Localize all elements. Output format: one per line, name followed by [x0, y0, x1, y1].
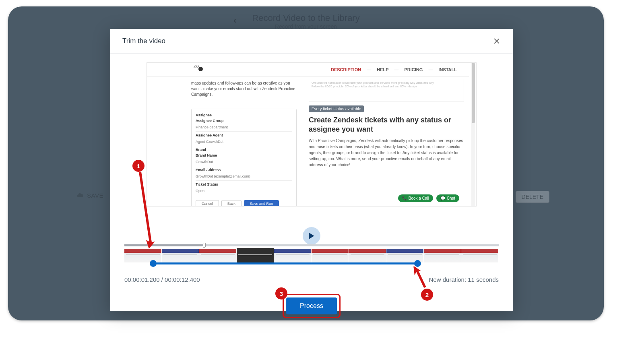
mini-l2: Follow the 80/20 principle. 20% of your … — [312, 85, 417, 88]
preview-left: mass updates and follow-ups can be as cr… — [147, 76, 309, 206]
playhead[interactable] — [203, 243, 206, 248]
trim-video-modal: Trim the video DESCRIPTION— HELP— PRICIN… — [110, 29, 513, 311]
trim-end-handle[interactable] — [414, 260, 421, 267]
annotation-badge-2: 2 — [421, 289, 433, 301]
chat-pill: 💬 Chat — [436, 194, 459, 202]
val: Agent GrowthDot — [196, 139, 292, 146]
annotation-arrow-1 — [135, 170, 159, 254]
intro-text: mass updates and follow-ups can be as cr… — [191, 81, 297, 97]
new-duration: New duration: 11 seconds — [429, 276, 499, 283]
page-title: Record Video to the Library — [252, 13, 359, 23]
preview-body: mass updates and follow-ups can be as cr… — [147, 76, 471, 206]
annotation-badge-1: 1 — [132, 160, 144, 172]
delete-button[interactable]: DELETE — [516, 191, 549, 203]
preview-scrollbar[interactable] — [471, 63, 475, 206]
close-icon[interactable] — [493, 37, 501, 45]
badge: Every ticket status available — [309, 105, 364, 112]
preview-heading: Create Zendesk tickets with any status o… — [309, 116, 464, 134]
modal-header: Trim the video — [110, 29, 513, 54]
timeline-thumbnails — [124, 248, 499, 262]
delete-label: DELETE — [522, 194, 543, 200]
save-label: SAVE — [87, 192, 103, 199]
mini-l1: Unsubscribe notification would take your… — [312, 81, 434, 84]
val: GrowthDot — [196, 159, 292, 166]
annotation-badge-3: 3 — [275, 287, 287, 299]
val: Finance department — [196, 124, 292, 132]
preview-para: With Proactive Campaigns, Zendesk will a… — [309, 138, 464, 168]
val: GrowthDot (example@email.com) — [196, 174, 292, 181]
process-button[interactable]: Process — [286, 297, 337, 314]
lbl: Ticket Status — [196, 182, 292, 186]
lbl: Brand — [196, 148, 292, 152]
book-call-pill: 📞 Book a Call — [398, 194, 433, 202]
mini-editor: Unsubscribe notification would take your… — [309, 79, 464, 101]
progress-bar[interactable] — [124, 244, 499, 246]
play-icon — [308, 233, 315, 239]
nav-desc: DESCRIPTION — [331, 67, 361, 72]
process-highlight: Process — [283, 294, 341, 318]
trim-timeline[interactable] — [124, 244, 499, 264]
svg-line-1 — [417, 271, 425, 287]
preview-right: Unsubscribe notification would take your… — [309, 76, 471, 206]
lbl: Assignee Agent — [196, 133, 292, 137]
trim-start-handle[interactable] — [150, 260, 157, 267]
annotation-arrow-2 — [408, 266, 432, 291]
form-run: Save and Run — [244, 200, 279, 207]
preview-cta: 📞 Book a Call 💬 Chat — [398, 194, 459, 202]
val: Open — [196, 188, 292, 195]
timeline-info: 00:00:01.200 / 00:00:12.400 New duration… — [124, 276, 499, 283]
form-cancel: Cancel — [196, 200, 219, 207]
lbl: Assignee Group — [196, 119, 292, 123]
nav-pricing: PRICING — [405, 67, 423, 72]
cloud-icon — [76, 192, 84, 199]
save-button[interactable]: SAVE — [76, 192, 103, 199]
lbl: Brand Name — [196, 153, 292, 157]
play-button[interactable] — [303, 227, 320, 245]
back-icon[interactable]: ‹ — [233, 15, 236, 26]
modal-title: Trim the video — [122, 37, 165, 45]
form-back: Back — [221, 200, 242, 207]
lbl: Assignee — [196, 113, 292, 117]
preview-nav: DESCRIPTION— HELP— PRICING— INSTALL — [147, 63, 469, 76]
preview-form: Assignee Assignee Group Finance departme… — [191, 109, 297, 207]
nav-install: INSTALL — [438, 67, 457, 72]
lbl: Email Address — [196, 168, 292, 172]
video-preview: DESCRIPTION— HELP— PRICING— INSTALL mass… — [147, 62, 477, 207]
trim-range-bar — [153, 262, 418, 264]
svg-line-0 — [140, 172, 151, 242]
time-position: 00:00:01.200 / 00:00:12.400 — [124, 276, 200, 283]
nav-help: HELP — [377, 67, 388, 72]
app-window: ‹ Record Video to the Library Record fro… — [8, 6, 604, 320]
